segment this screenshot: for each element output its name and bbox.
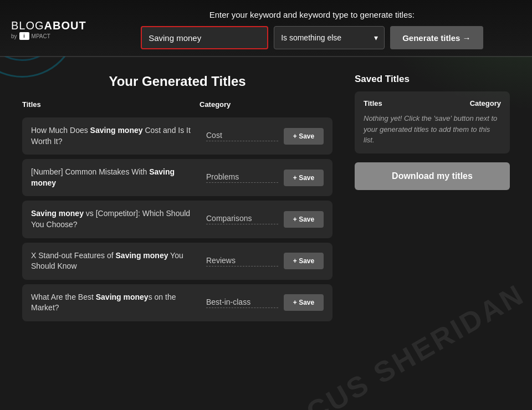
saved-table-header: Titles Category xyxy=(364,99,501,107)
title-text-4: X Stand-out Features of Saving money You… xyxy=(31,250,201,272)
save-button-1[interactable]: + Save xyxy=(284,128,324,145)
keyword-input[interactable]: Saving money xyxy=(141,26,268,49)
main-content: Your Generated Titles Titles Category Ho… xyxy=(0,57,532,403)
title-text-3: Saving money vs [Competitor]: Which Shou… xyxy=(31,208,201,230)
titles-table-header: Titles Category xyxy=(22,100,332,113)
logo-about: ABOUT xyxy=(44,19,86,32)
table-row: What Are the Best Saving moneys on the M… xyxy=(22,284,332,321)
category-label-5: Best-in-class xyxy=(206,298,278,308)
save-button-4[interactable]: + Save xyxy=(284,253,324,269)
logo-blog: BLOG xyxy=(11,19,44,32)
title-rows-list: How Much Does Saving money Cost and Is I… xyxy=(22,117,332,321)
saved-box: Titles Category Nothing yet! Click the '… xyxy=(355,91,510,153)
table-row: [Number] Common Mistakes With Saving mon… xyxy=(22,159,332,196)
category-label-1: Cost xyxy=(206,131,278,141)
keyword-type-wrapper: Is something else Is a product Is a serv… xyxy=(274,26,385,49)
title-text-1: How Much Does Saving money Cost and Is I… xyxy=(31,125,201,147)
impct-icon: i xyxy=(19,32,29,40)
category-label-3: Comparisons xyxy=(206,214,278,224)
category-label-2: Problems xyxy=(206,172,278,183)
logo: BLOGABOUT by i MPACT xyxy=(11,19,86,40)
logo-by-label: by xyxy=(11,33,17,39)
header-center: Enter your keyword and keyword type to g… xyxy=(103,10,521,49)
saved-col-title: Titles xyxy=(364,99,382,107)
download-button[interactable]: Download my titles xyxy=(355,162,510,190)
col-header-action xyxy=(288,100,332,109)
header: BLOGABOUT by i MPACT Enter your keyword … xyxy=(0,0,532,57)
save-button-3[interactable]: + Save xyxy=(284,211,324,228)
col-header-category: Category xyxy=(200,100,288,109)
header-controls: Saving money Is something else Is a prod… xyxy=(103,26,521,49)
logo-by-line: by i MPACT xyxy=(11,32,86,40)
table-row: Saving money vs [Competitor]: Which Shou… xyxy=(22,201,332,238)
header-instruction: Enter your keyword and keyword type to g… xyxy=(103,10,521,19)
save-button-2[interactable]: + Save xyxy=(284,170,324,186)
logo-brand: MPACT xyxy=(32,33,50,39)
saved-empty-message: Nothing yet! Click the 'save' button nex… xyxy=(364,113,501,146)
keyword-type-select[interactable]: Is something else Is a product Is a serv… xyxy=(274,26,385,49)
generate-button[interactable]: Generate titles → xyxy=(390,26,483,49)
col-header-title: Titles xyxy=(22,100,200,109)
table-row: How Much Does Saving money Cost and Is I… xyxy=(22,117,332,155)
saved-section-title: Saved Titles xyxy=(355,74,510,85)
left-panel: Your Generated Titles Titles Category Ho… xyxy=(22,74,332,387)
saved-col-category: Category xyxy=(470,99,501,107)
title-text-2: [Number] Common Mistakes With Saving mon… xyxy=(31,167,201,188)
category-label-4: Reviews xyxy=(206,256,278,266)
title-text-5: What Are the Best Saving moneys on the M… xyxy=(31,292,201,314)
logo-title: BLOGABOUT xyxy=(11,19,86,32)
save-button-5[interactable]: + Save xyxy=(284,294,324,311)
section-title: Your Generated Titles xyxy=(22,74,332,89)
right-panel: Saved Titles Titles Category Nothing yet… xyxy=(355,74,510,387)
table-row: X Stand-out Features of Saving money You… xyxy=(22,243,332,280)
